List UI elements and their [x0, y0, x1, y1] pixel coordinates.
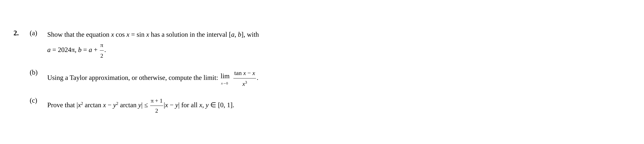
part-a-fraction-denominator: 2	[100, 51, 104, 61]
part-b-fraction: tan x − x x3	[234, 68, 256, 89]
part-c-content: Prove that |x2 arctan x − y2 arctan y| ≤…	[47, 96, 630, 115]
part-b-content: Using a Taylor approximation, or otherwi…	[47, 68, 630, 89]
part-a-label: (a)	[30, 29, 43, 37]
part-a-fraction: π 2	[100, 40, 104, 61]
lim-text: lim	[220, 71, 230, 81]
problem-parts: (a) Show that the equation x cos x = sin…	[30, 29, 630, 115]
part-c-label: (c)	[30, 96, 43, 104]
part-c-fraction-numerator: π + 1	[150, 96, 163, 106]
lim-subscript: x→0	[221, 81, 228, 86]
part-a-fraction-numerator: π	[100, 40, 104, 51]
part-b: (b) Using a Taylor approximation, or oth…	[30, 68, 630, 89]
part-b-fraction-denominator: x3	[242, 78, 248, 89]
part-b-label: (b)	[30, 68, 43, 76]
part-c: (c) Prove that |x2 arctan x − y2 arctan …	[30, 96, 630, 115]
part-c-fraction: π + 1 2	[150, 96, 163, 115]
problem-block: 2. (a) Show that the equation x cos x = …	[14, 29, 630, 115]
problem-number: 2.	[14, 29, 30, 37]
part-a-equation: x	[111, 31, 114, 38]
part-b-fraction-numerator: tan x − x	[234, 68, 256, 78]
part-a: (a) Show that the equation x cos x = sin…	[30, 29, 630, 61]
part-a-content: Show that the equation x cos x = sin x h…	[47, 29, 259, 61]
part-c-fraction-denominator: 2	[155, 106, 158, 115]
page-container: 2. (a) Show that the equation x cos x = …	[0, 0, 644, 144]
